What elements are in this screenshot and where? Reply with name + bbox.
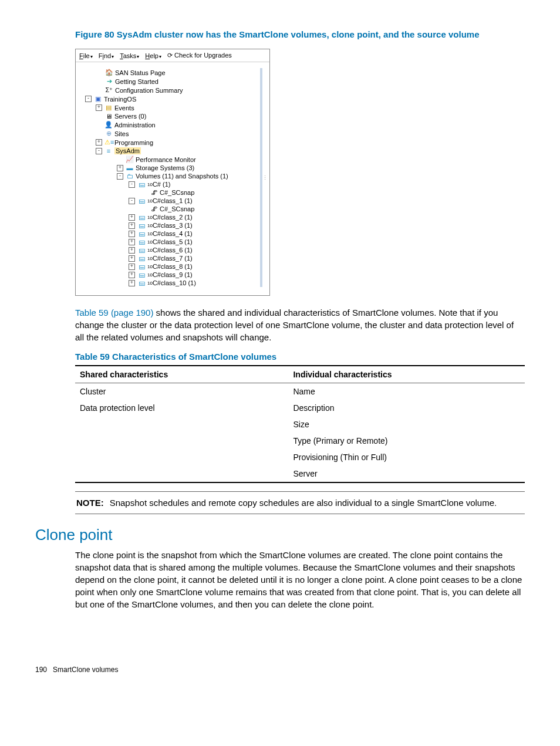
page-footer: 190 SmartClone volumes xyxy=(0,642,560,674)
td-indiv-5: Server xyxy=(288,465,525,482)
tree-cclass5[interactable]: +🖴10 C#class_5 (1) xyxy=(82,238,255,246)
splitter-handle-icon[interactable]: ⋮ xyxy=(262,68,267,287)
tree-storage-systems[interactable]: +▬Storage Systems (3) xyxy=(82,164,255,172)
menu-check-upgrades[interactable]: ⟳ Check for Upgrades xyxy=(167,52,232,59)
tree-cclass6[interactable]: +🖴10 C#class_6 (1) xyxy=(82,246,255,254)
tree-cclass2[interactable]: +🖴10 C#class_2 (1) xyxy=(82,213,255,221)
footer-page-number: 190 xyxy=(35,666,47,674)
td-shared-1: Data protection level xyxy=(75,400,288,416)
note-box: NOTE:Snapshot schedules and remote copy … xyxy=(75,491,525,514)
characteristics-table: Shared characteristics Individual charac… xyxy=(75,365,525,483)
menu-bar: File▾ Find▾ Tasks▾ Help▾ ⟳ Check for Upg… xyxy=(76,49,269,62)
tree-config-summary[interactable]: Σ⁺Configuration Summary xyxy=(82,86,255,94)
section-body-clone-point: The clone point is the snapshot from whi… xyxy=(75,549,525,610)
tree-trainingos[interactable]: -▣TrainingOS xyxy=(82,94,255,103)
th-individual: Individual characteristics xyxy=(288,366,525,383)
menu-tasks[interactable]: Tasks▾ xyxy=(120,52,139,59)
tree-cclass9[interactable]: +🖴10 C#class_9 (1) xyxy=(82,271,255,279)
tree-csharp[interactable]: -🖴10 C# (1) xyxy=(82,180,255,188)
td-indiv-1: Description xyxy=(288,400,525,416)
tree-san-status[interactable]: 🏠SAN Status Page xyxy=(82,68,255,77)
td-indiv-4: Provisioning (Thin or Full) xyxy=(288,449,525,465)
table-title: Table 59 Characteristics of SmartClone v… xyxy=(75,352,525,362)
th-shared: Shared characteristics xyxy=(75,366,288,383)
tree-cclass4[interactable]: +🖴10 C#class_4 (1) xyxy=(82,229,255,238)
table-59-link[interactable]: Table 59 (page 190) xyxy=(75,308,153,318)
tree-perfmon[interactable]: 📈Performance Monitor xyxy=(82,155,255,164)
tree-cclass8[interactable]: +🖴10 C#class_8 (1) xyxy=(82,262,255,271)
tree-sites[interactable]: ⊕Sites xyxy=(82,129,255,138)
tree-events[interactable]: +▤Events xyxy=(82,103,255,112)
section-heading-clone-point: Clone point xyxy=(35,526,525,544)
note-text: Snapshot schedules and remote copy sched… xyxy=(110,498,497,508)
note-label: NOTE: xyxy=(76,498,104,508)
menu-find[interactable]: Find▾ xyxy=(99,52,114,59)
td-indiv-3: Type (Primary or Remote) xyxy=(288,433,525,449)
screenshot-tree: File▾ Find▾ Tasks▾ Help▾ ⟳ Check for Upg… xyxy=(75,49,270,296)
tree-cclass1[interactable]: -🖴10 C#class_1 (1) xyxy=(82,197,255,205)
footer-chapter-title: SmartClone volumes xyxy=(53,666,118,674)
tree-cclass3[interactable]: +🖴10 C#class_3 (1) xyxy=(82,221,255,229)
td-indiv-2: Size xyxy=(288,416,525,433)
tree-servers[interactable]: 🖥Servers (0) xyxy=(82,112,255,120)
tree-scsnap1[interactable]: 🖇C#_SCsnap xyxy=(82,188,255,197)
menu-help[interactable]: Help▾ xyxy=(145,52,161,59)
tree-cclass7[interactable]: +🖴10 C#class_7 (1) xyxy=(82,254,255,262)
tree-sysadm[interactable]: -≡SysAdm xyxy=(82,147,255,155)
tree-scsnap2[interactable]: 🖇C#_SCsnap xyxy=(82,205,255,213)
tree-administration[interactable]: 👤Administration xyxy=(82,120,255,129)
menu-file[interactable]: File▾ xyxy=(79,52,93,59)
tree-programming[interactable]: +⚠≡Programming xyxy=(82,138,255,147)
paragraph-table-ref: Table 59 (page 190) shows the shared and… xyxy=(75,306,525,343)
td-shared-0: Cluster xyxy=(75,383,288,400)
figure-title: Figure 80 SysAdm cluster now has the Sma… xyxy=(75,29,525,39)
tree-volumes[interactable]: -🗀Volumes (11) and Snapshots (1) xyxy=(82,172,255,180)
tree-getting-started[interactable]: ➔Getting Started xyxy=(82,77,255,86)
tree-cclass10[interactable]: +🖴10 C#class_10 (1) xyxy=(82,279,255,287)
td-indiv-0: Name xyxy=(288,383,525,400)
